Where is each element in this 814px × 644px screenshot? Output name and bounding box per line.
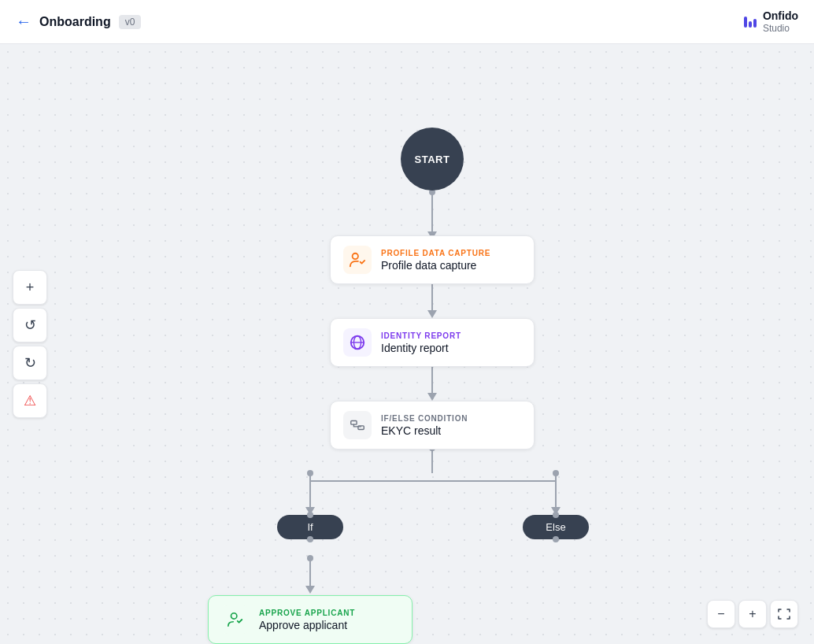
identity-category: IDENTITY REPORT [381,331,461,340]
if-dot-bottom [307,536,313,542]
undo-button[interactable]: ↺ [13,308,47,342]
if-dot-top [307,512,313,518]
identity-report-node[interactable]: IDENTITY REPORT Identity report [330,318,535,367]
profile-content: PROFILE DATA CAPTURE Profile data captur… [381,249,490,272]
left-toolbar: + ↺ ↻ ⚠ [13,270,47,418]
identity-icon [343,328,372,357]
svg-point-14 [307,470,313,476]
profile-data-capture-node[interactable]: PROFILE DATA CAPTURE Profile data captur… [330,235,535,284]
if-else-node[interactable]: IF/ELSE CONDITION EKYC result [330,401,535,450]
zoom-out-button[interactable]: − [707,600,735,628]
ifelse-category: IF/ELSE CONDITION [381,414,468,423]
add-button[interactable]: + [13,270,47,305]
page-title: Onboarding [39,15,111,29]
profile-category: PROFILE DATA CAPTURE [381,249,490,257]
identity-label: Identity report [381,342,461,354]
redo-button[interactable]: ↻ [13,346,47,380]
profile-label: Profile data capture [381,259,490,272]
approve-category: APPROVE APPLICANT [259,609,355,617]
approve-icon [221,605,250,634]
else-label: Else [546,521,565,533]
ifelse-label: EKYC result [381,424,468,437]
svg-marker-20 [305,586,315,594]
svg-point-27 [231,613,237,619]
svg-marker-7 [427,393,437,401]
profile-icon [343,246,372,274]
brand: Onfido Studio [744,9,798,34]
brand-name: Onfido [763,9,798,23]
identity-content: IDENTITY REPORT Identity report [381,331,461,354]
approve-label: Approve applicant [259,619,355,631]
approve-applicant-node[interactable]: APPROVE APPLICANT Approve applicant [208,595,413,644]
start-node[interactable]: START [401,128,464,191]
brand-icon [744,17,757,28]
ifelse-icon [343,411,372,439]
brand-sub: Studio [763,23,798,34]
fit-button[interactable] [770,600,798,628]
svg-rect-25 [351,421,357,425]
if-label: If [307,521,313,533]
zoom-controls: − + [707,600,798,628]
version-badge: v0 [119,15,142,29]
ifelse-content: IF/ELSE CONDITION EKYC result [381,414,468,437]
if-branch[interactable]: If [277,515,343,539]
svg-marker-4 [427,310,437,318]
zoom-in-button[interactable]: + [738,600,767,628]
flow-canvas: + ↺ ↻ ⚠ [0,44,814,644]
svg-point-17 [553,470,559,476]
back-button[interactable]: ← [16,13,31,31]
header: ← Onboarding v0 Onfido Studio [0,0,814,44]
start-label: START [415,154,450,165]
header-left: ← Onboarding v0 [16,13,141,31]
svg-point-18 [307,555,313,561]
else-dot-top [553,512,559,518]
else-dot-bottom [553,536,559,542]
approve-content: APPROVE APPLICANT Approve applicant [259,609,355,631]
warning-button[interactable]: ⚠ [13,383,47,418]
brand-text: Onfido Studio [763,9,798,34]
else-branch[interactable]: Else [523,515,589,539]
fit-icon [778,608,790,620]
svg-point-21 [353,254,358,259]
